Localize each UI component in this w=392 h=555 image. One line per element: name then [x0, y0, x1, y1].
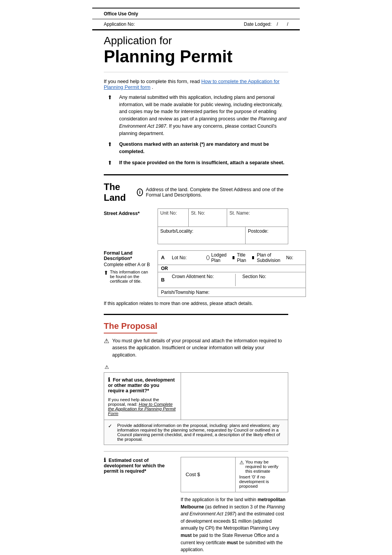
postcode-cell: Postcode: [246, 227, 288, 244]
section-no-cell: Section No: [239, 274, 303, 286]
proposal-right-col[interactable] [181, 373, 288, 420]
info-section: If you need help to complete this form, … [104, 78, 288, 167]
info-bullet-1: Any material submitted with this applica… [104, 94, 288, 137]
note-upload-icon [104, 270, 108, 276]
proposal-left-col: ℹ For what use, development or other mat… [104, 373, 181, 420]
st-no-cell: St. No: [189, 209, 227, 227]
formal-land-note: This information can be found on the cer… [104, 270, 154, 283]
row-b-letter: B [161, 277, 168, 283]
metro-note: If the application is for the land withi… [181, 496, 288, 553]
cost-note-cell: ⚠ You may be required to verify this est… [236, 457, 288, 492]
formal-land-fields: A Lot No: Lodged Plan Title Plan [158, 250, 306, 297]
formal-or-row: OR [158, 265, 306, 272]
land-section-description: Address of the land. Complete the Street… [146, 187, 288, 198]
formal-land-main-label: Formal Land Description* [104, 250, 154, 261]
lodged-plan-option[interactable]: Lodged Plan [206, 252, 228, 263]
cost-section-outer: ℹ Estimated cost of development for whic… [104, 451, 288, 555]
suburb-input[interactable] [160, 234, 243, 242]
title-plan-option[interactable]: Title Plan [233, 252, 247, 263]
warning-triangle-icon [104, 337, 109, 345]
main-content: Application for Planning Permit If you n… [92, 30, 300, 555]
title-application-for: Application for [104, 34, 288, 47]
proposal-form-top: ℹ For what use, development or other mat… [104, 373, 288, 420]
st-name-cell: St. Name: [227, 209, 288, 227]
formal-land-label-col: Formal Land Description* Complete either… [104, 250, 158, 283]
title-section: Application for Planning Permit [104, 30, 288, 72]
proposal-warning: You must give full details of your propo… [104, 337, 288, 359]
proposal-help-text: If you need help about the proposal, rea… [108, 397, 177, 416]
cost-note-line-2: Insert '0' if no development is proposed [239, 475, 284, 488]
crown-allotment-cell: Crown Allotment No: [172, 274, 236, 286]
title-planning-permit: Planning Permit [104, 47, 288, 66]
proposal-field-label: ℹ For what use, development or other mat… [108, 377, 177, 393]
bullet-text-3: If the space provided on the form is ins… [119, 159, 284, 167]
proposal-info-icon: ℹ [108, 377, 110, 383]
st-name-input[interactable] [229, 217, 286, 225]
suburb-cell: Suburb/Locality: [158, 227, 246, 244]
office-use-label: Office Use Only [104, 11, 138, 17]
formal-land-section: Formal Land Description* Complete either… [104, 250, 288, 297]
section-divider-2 [104, 314, 288, 315]
upload-icon-2 [108, 141, 115, 147]
proposal-section-wrapper: The Proposal You must give full details … [104, 321, 288, 555]
no-field: No: [286, 255, 302, 260]
formal-row-a: A Lot No: Lodged Plan Title Plan [158, 251, 306, 265]
app-no-row: Application No: Date Lodged: / / [92, 19, 300, 30]
street-address-fields: Unit No: St. No: St. Name: Suburb/Locali… [158, 208, 288, 244]
street-address-container: Street Address* Unit No: St. No: St. Nam… [104, 208, 288, 244]
plan-sub-dot [252, 256, 254, 259]
office-use-bar: Office Use Only [92, 8, 300, 19]
st-name-label: St. Name: [229, 210, 286, 216]
st-no-input[interactable] [191, 217, 224, 225]
postcode-input[interactable] [248, 234, 286, 242]
title-plan-dot [233, 256, 234, 259]
cost-input-cell[interactable]: Cost $ [181, 457, 236, 492]
plan-options: Lodged Plan Title Plan Plan of Subdivisi… [206, 252, 302, 263]
info-bullet-3: If the space provided on the form is ins… [104, 159, 288, 167]
cost-section-inner: ℹ Estimated cost of development for whic… [104, 457, 288, 555]
cost-note-line-1: ⚠ You may be required to verify this est… [239, 460, 284, 473]
cost-info-icon: ℹ [104, 457, 106, 463]
row-a-letter: A [161, 255, 168, 260]
upload-icon-1 [108, 94, 115, 100]
check-icon: ✓ [108, 423, 114, 429]
street-address-label: Street Address* [104, 208, 158, 216]
attach-note: If this application relates to more than… [104, 301, 288, 306]
page-wrapper: Office Use Only Application No: Date Lod… [0, 8, 392, 555]
land-section-header: The Land i Address of the land. Complete… [104, 182, 288, 203]
address-row-1: Unit No: St. No: St. Name: [158, 208, 288, 227]
formal-row-b: B Crown Allotment No: Section No: [158, 272, 306, 288]
upload-icon-3 [108, 160, 115, 166]
proposal-footer-note: ✓ Provide additional information on the … [104, 420, 288, 445]
proposal-warning-text: You must give full details of your propo… [112, 337, 288, 359]
lot-no-cell: Lot No: [172, 255, 203, 260]
info-bullet-2: Questions marked with an asterisk (*) ar… [104, 141, 288, 155]
lodged-plan-radio[interactable] [206, 255, 209, 260]
cost-right-col: Cost $ ⚠ You may be required to verify t… [181, 457, 288, 555]
land-info-icon: i [137, 188, 143, 196]
section-divider-1 [104, 174, 288, 175]
cost-box-row: Cost $ ⚠ You may be required to verify t… [181, 457, 288, 492]
cost-warning-icon: ⚠ [239, 460, 244, 465]
unit-no-cell: Unit No: [158, 209, 189, 227]
app-no-text: Application No: [104, 22, 135, 27]
info-help-text: If you need help to complete this form, … [104, 78, 288, 90]
proposal-form-outer: ℹ For what use, development or other mat… [104, 372, 288, 445]
bullet-text-2: Questions marked with an asterisk (*) ar… [119, 141, 288, 155]
date-lodged: Date Lodged: / / [244, 22, 288, 27]
land-section-title: The Land [104, 182, 134, 203]
proposal-warning-icon-small: ⚠ [105, 364, 109, 370]
formal-land-sub-label: Complete either A or B [104, 262, 154, 267]
plan-subdivision-option[interactable]: Plan of Subdivision [252, 252, 281, 263]
st-no-label: St. No: [191, 210, 224, 216]
unit-no-label: Unit No: [160, 210, 186, 216]
address-row-2: Suburb/Locality: Postcode: [158, 227, 288, 244]
proposal-section-title: The Proposal [104, 321, 157, 333]
formal-row-parish: Parish/Township Name: [158, 288, 306, 297]
bullet-text-1: Any material submitted with this applica… [119, 94, 288, 137]
cost-left-col: ℹ Estimated cost of development for whic… [104, 457, 181, 474]
cost-field-label: ℹ Estimated cost of development for whic… [104, 457, 177, 474]
unit-no-input[interactable] [160, 217, 186, 225]
